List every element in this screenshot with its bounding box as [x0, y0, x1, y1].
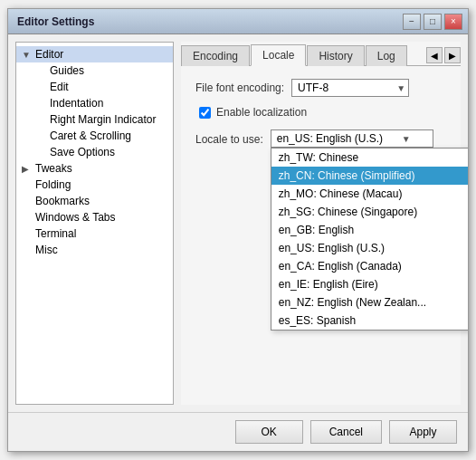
apply-button[interactable]: Apply [389, 420, 457, 444]
title-bar: Editor Settings − □ × [8, 9, 468, 34]
tabs-row: EncodingLocaleHistoryLog◀▶ [181, 42, 461, 66]
locale-option-zh_CN[interactable]: zh_CN: Chinese (Simplified) [271, 167, 468, 185]
sidebar-item-tweaks[interactable]: ▶Tweaks [16, 160, 173, 177]
tab-content: File font encoding: UTF-8 ▼ Enable local… [181, 66, 461, 405]
sidebar-item-indentation[interactable]: Indentation [16, 95, 173, 111]
minimize-button[interactable]: − [403, 14, 421, 30]
right-panel: EncodingLocaleHistoryLog◀▶ File font enc… [181, 42, 461, 405]
locale-option-en_GB[interactable]: en_GB: English [271, 221, 468, 239]
encoding-label: File font encoding: [195, 81, 284, 94]
tab-encoding[interactable]: Encoding [181, 45, 250, 66]
close-button[interactable]: × [444, 14, 462, 30]
locale-option-zh_SG[interactable]: zh_SG: Chinese (Singapore) [271, 203, 468, 221]
sidebar-item-right-margin[interactable]: Right Margin Indicator [16, 111, 173, 128]
sidebar-item-folding[interactable]: Folding [16, 177, 173, 193]
sidebar-tree: ▼EditorGuidesEditIndentationRight Margin… [15, 42, 174, 405]
tab-next-button[interactable]: ▶ [444, 47, 461, 63]
sidebar-item-terminal[interactable]: Terminal [16, 225, 173, 242]
tab-log[interactable]: Log [366, 45, 407, 66]
title-bar-controls: − □ × [403, 14, 462, 30]
ok-button[interactable]: OK [235, 420, 303, 444]
sidebar-item-label-editor: Editor [35, 48, 63, 61]
locale-option-en_NZ[interactable]: en_NZ: English (New Zealan... [271, 293, 468, 311]
locale-selected-text: en_US: English (U.S.) [277, 132, 383, 145]
sidebar-item-guides[interactable]: Guides [16, 62, 173, 79]
sidebar-item-save-options[interactable]: Save Options [16, 144, 173, 160]
encoding-select[interactable]: UTF-8 [291, 79, 409, 97]
sidebar-item-label-save-options: Save Options [50, 146, 115, 158]
sidebar-item-label-bookmarks: Bookmarks [35, 195, 90, 207]
sidebar-item-label-indentation: Indentation [50, 97, 103, 110]
tab-nav-buttons: ◀▶ [426, 47, 461, 65]
editor-settings-window: Editor Settings − □ × ▼EditorGuidesEditI… [7, 8, 469, 452]
content-area: ▼EditorGuidesEditIndentationRight Margin… [8, 34, 468, 412]
locale-option-es_ES[interactable]: es_ES: Spanish [271, 311, 468, 330]
sidebar-item-label-caret-scrolling: Caret & Scrolling [50, 129, 131, 142]
enable-localization-checkbox[interactable] [199, 107, 211, 119]
tab-history[interactable]: History [307, 45, 364, 66]
tree-arrow-editor: ▼ [22, 50, 33, 60]
sidebar-item-editor[interactable]: ▼Editor [16, 46, 173, 62]
tree-arrow-tweaks: ▶ [22, 164, 33, 174]
sidebar-item-label-terminal: Terminal [35, 227, 76, 240]
sidebar-item-label-tweaks: Tweaks [35, 162, 72, 175]
locale-dropdown-arrow: ▼ [402, 134, 411, 144]
locale-option-en_CA[interactable]: en_CA: English (Canada) [271, 257, 468, 275]
cancel-button[interactable]: Cancel [310, 420, 382, 444]
sidebar-item-misc[interactable]: Misc [16, 242, 173, 258]
tab-prev-button[interactable]: ◀ [426, 47, 443, 63]
sidebar-item-windows-tabs[interactable]: Windows & Tabs [16, 209, 173, 225]
locale-option-zh_MO[interactable]: zh_MO: Chinese (Macau) [271, 185, 468, 203]
enable-localization-row: Enable localization [199, 106, 446, 119]
encoding-select-wrapper: UTF-8 ▼ [291, 79, 409, 97]
enable-localization-label: Enable localization [216, 106, 307, 119]
sidebar-item-edit[interactable]: Edit [16, 79, 173, 95]
window-title: Editor Settings [17, 15, 94, 28]
locale-option-en_IE[interactable]: en_IE: English (Eire) [271, 275, 468, 293]
tab-locale[interactable]: Locale [251, 44, 306, 66]
sidebar-item-label-misc: Misc [35, 244, 58, 256]
sidebar-item-label-windows-tabs: Windows & Tabs [35, 211, 115, 224]
sidebar-item-label-folding: Folding [35, 178, 71, 191]
locale-option-en_US[interactable]: en_US: English (U.S.) [271, 239, 468, 257]
sidebar-item-label-guides: Guides [50, 64, 84, 77]
locale-label: Locale to use: [195, 133, 263, 146]
locale-row: Locale to use: en_US: English (U.S.) ▼ z… [195, 129, 446, 148]
locale-option-zh_TW[interactable]: zh_TW: Chinese [271, 149, 468, 167]
sidebar-item-label-right-margin: Right Margin Indicator [50, 113, 156, 126]
encoding-row: File font encoding: UTF-8 ▼ [195, 79, 446, 97]
locale-dropdown-list: zh_TW: Chinesezh_CN: Chinese (Simplified… [271, 148, 468, 331]
locale-dropdown-container: en_US: English (U.S.) ▼ zh_TW: Chinesezh… [271, 129, 433, 148]
sidebar-item-label-edit: Edit [50, 81, 69, 93]
locale-dropdown-selected[interactable]: en_US: English (U.S.) ▼ [271, 129, 433, 148]
sidebar-item-bookmarks[interactable]: Bookmarks [16, 193, 173, 209]
bottom-bar: OK Cancel Apply [8, 412, 468, 451]
sidebar-item-caret-scrolling[interactable]: Caret & Scrolling [16, 128, 173, 144]
maximize-button[interactable]: □ [424, 14, 442, 30]
